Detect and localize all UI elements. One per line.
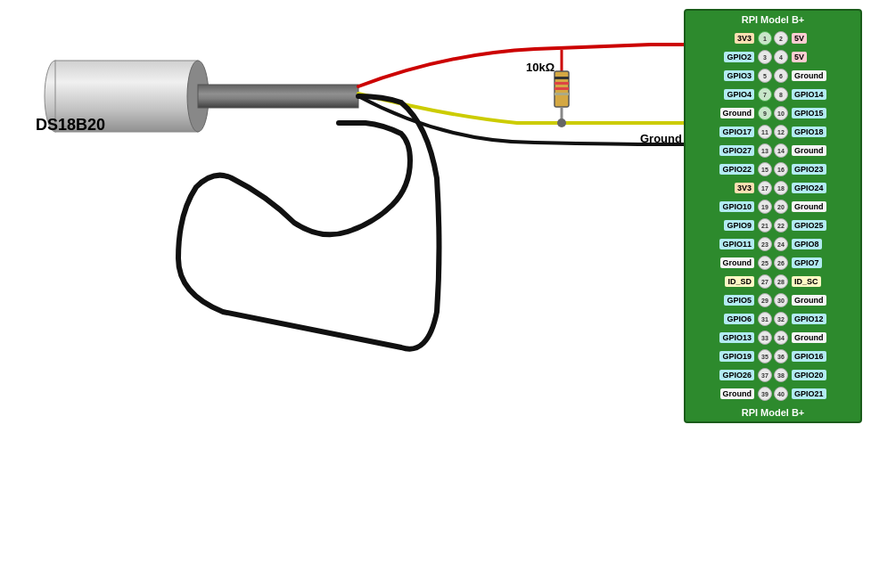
pin-circle-14: 14 xyxy=(774,143,788,158)
pin-row: Ground3940GPIO21 xyxy=(691,385,855,403)
pin-label-left-35: GPIO19 xyxy=(703,351,757,362)
pin-row: ID_SD2728ID_SC xyxy=(691,273,855,290)
ground-wire-label: Ground xyxy=(640,132,682,145)
pin-circle-35: 35 xyxy=(758,349,772,363)
sensor-label: DS18B20 xyxy=(36,116,105,135)
pin-circle-8: 8 xyxy=(774,87,788,102)
pin-row: GPIO52930Ground xyxy=(691,291,855,309)
pin-label-right-30: Ground xyxy=(789,295,842,306)
svg-rect-6 xyxy=(555,77,569,79)
pin-row: GPIO193536GPIO16 xyxy=(691,347,855,365)
pin-label-left-1: 3V3 xyxy=(703,33,757,44)
pin-circle-24: 24 xyxy=(774,237,788,251)
pin-circle-19: 19 xyxy=(758,200,772,214)
pin-circle-12: 12 xyxy=(774,125,788,139)
pin-circle-25: 25 xyxy=(758,256,772,270)
pin-row: GPIO171112GPIO18 xyxy=(691,123,855,141)
pin-label-left-31: GPIO6 xyxy=(703,314,757,324)
svg-rect-8 xyxy=(555,87,569,90)
pin-circle-39: 39 xyxy=(758,387,772,401)
pin-label-right-10: GPIO15 xyxy=(789,108,842,118)
svg-rect-3 xyxy=(198,85,358,108)
pin-circle-34: 34 xyxy=(774,331,788,345)
pin-row: GPIO2345V xyxy=(691,48,855,66)
pin-circle-17: 17 xyxy=(758,181,772,195)
pin-row: GPIO356Ground xyxy=(691,67,855,85)
pin-label-left-5: GPIO3 xyxy=(703,70,757,81)
pin-label-right-16: GPIO23 xyxy=(789,164,842,175)
pin-row: GPIO221516GPIO23 xyxy=(691,160,855,178)
pin-circle-13: 13 xyxy=(758,143,772,158)
pin-row: GPIO112324GPIO8 xyxy=(691,235,855,253)
pin-label-right-14: Ground xyxy=(789,145,842,156)
pin-row: GPIO271314Ground xyxy=(691,142,855,159)
pin-label-right-26: GPIO7 xyxy=(789,257,842,268)
pin-row: GPIO478GPIO14 xyxy=(691,86,855,103)
resistor-label: 10kΩ xyxy=(526,61,555,74)
resistor-area: 10kΩ xyxy=(526,61,555,76)
pin-label-right-20: Ground xyxy=(789,201,842,212)
pin-circle-33: 33 xyxy=(758,331,772,345)
pin-label-left-27: ID_SD xyxy=(703,276,757,287)
pin-label-left-39: Ground xyxy=(703,388,757,399)
svg-point-2 xyxy=(187,61,209,132)
gpio-board: RPI Model B+ 3V3125VGPIO2345VGPIO356Grou… xyxy=(684,9,862,423)
pin-row: 3V3125V xyxy=(691,29,855,47)
pin-label-right-4: 5V xyxy=(789,52,842,62)
pin-label-right-32: GPIO12 xyxy=(789,314,842,324)
pin-circle-32: 32 xyxy=(774,312,788,326)
pin-circle-28: 28 xyxy=(774,274,788,289)
pin-label-left-13: GPIO27 xyxy=(703,145,757,156)
svg-rect-7 xyxy=(555,82,569,85)
pin-circle-9: 9 xyxy=(758,106,772,120)
pin-label-right-34: Ground xyxy=(789,332,842,343)
pin-circle-21: 21 xyxy=(758,218,772,233)
pin-label-right-36: GPIO16 xyxy=(789,351,842,362)
pin-row: Ground910GPIO15 xyxy=(691,104,855,122)
pin-circle-11: 11 xyxy=(758,125,772,139)
pin-circle-1: 1 xyxy=(758,31,772,45)
pin-row: GPIO92122GPIO25 xyxy=(691,216,855,234)
pin-circle-5: 5 xyxy=(758,69,772,83)
pin-circle-18: 18 xyxy=(774,181,788,195)
pin-label-right-38: GPIO20 xyxy=(789,370,842,380)
pin-circle-31: 31 xyxy=(758,312,772,326)
pin-circle-6: 6 xyxy=(774,69,788,83)
pin-label-right-24: GPIO8 xyxy=(789,239,842,249)
pin-circle-3: 3 xyxy=(758,50,772,64)
pin-label-right-18: GPIO24 xyxy=(789,183,842,193)
pin-circle-29: 29 xyxy=(758,293,772,307)
pin-label-left-21: GPIO9 xyxy=(703,220,757,231)
pin-label-left-11: GPIO17 xyxy=(703,127,757,137)
pin-row: GPIO133334Ground xyxy=(691,329,855,347)
pin-label-right-28: ID_SC xyxy=(789,276,842,287)
pin-label-left-25: Ground xyxy=(703,257,757,268)
board-title-top: RPI Model B+ xyxy=(687,12,859,27)
pin-circle-4: 4 xyxy=(774,50,788,64)
pin-circle-15: 15 xyxy=(758,162,772,176)
pin-row: GPIO263738GPIO20 xyxy=(691,366,855,384)
svg-rect-5 xyxy=(555,71,569,107)
pin-row: 3V31718GPIO24 xyxy=(691,179,855,197)
pin-label-left-37: GPIO26 xyxy=(703,370,757,380)
pin-circle-38: 38 xyxy=(774,368,788,382)
pin-label-left-19: GPIO10 xyxy=(703,201,757,212)
pin-rows: 3V3125VGPIO2345VGPIO356GroundGPIO478GPIO… xyxy=(687,27,859,405)
pin-label-right-40: GPIO21 xyxy=(789,388,842,399)
pin-circle-20: 20 xyxy=(774,200,788,214)
pin-circle-2: 2 xyxy=(774,31,788,45)
pin-circle-7: 7 xyxy=(758,87,772,102)
pin-label-left-23: GPIO11 xyxy=(703,239,757,249)
pin-label-right-8: GPIO14 xyxy=(789,89,842,100)
pin-circle-26: 26 xyxy=(774,256,788,270)
pin-circle-40: 40 xyxy=(774,387,788,401)
pin-circle-36: 36 xyxy=(774,349,788,363)
pin-circle-23: 23 xyxy=(758,237,772,251)
pin-label-right-6: Ground xyxy=(789,70,842,81)
pin-circle-16: 16 xyxy=(774,162,788,176)
pin-label-left-33: GPIO13 xyxy=(703,332,757,343)
pin-circle-27: 27 xyxy=(758,274,772,289)
diagram-container: DS18B20 10kΩ Ground RPI Model B+ 3V3125V… xyxy=(0,0,871,588)
pin-label-left-15: GPIO22 xyxy=(703,164,757,175)
pin-label-right-12: GPIO18 xyxy=(789,127,842,137)
